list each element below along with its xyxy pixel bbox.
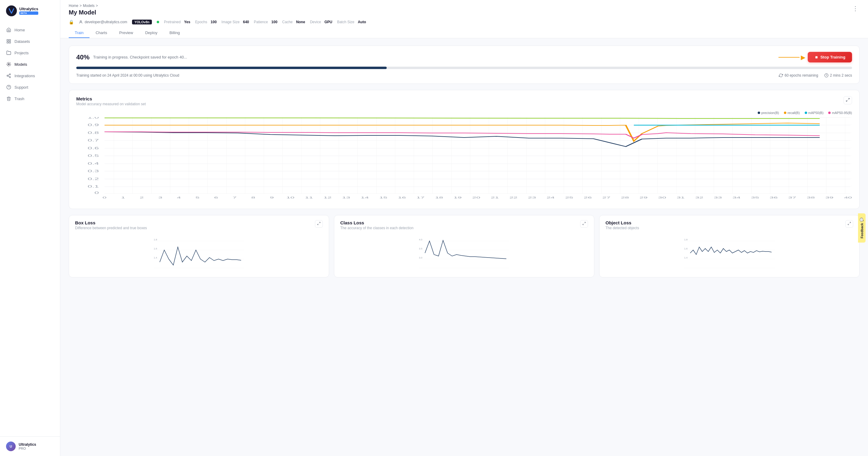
svg-text:13: 13 bbox=[342, 196, 350, 199]
svg-line-17 bbox=[846, 100, 847, 101]
svg-text:0.8: 0.8 bbox=[88, 131, 99, 135]
arrow-head: ▶ bbox=[801, 54, 805, 61]
map50-dot bbox=[805, 112, 807, 114]
svg-text:3.0: 3.0 bbox=[419, 256, 423, 259]
svg-text:37: 37 bbox=[788, 196, 796, 199]
training-footer: Training started on 24 April 2024 at 00:… bbox=[76, 73, 852, 78]
class-loss-header: Class Loss The accuracy of the classes i… bbox=[340, 220, 588, 230]
lock-icon: 🔒 bbox=[69, 20, 74, 24]
chart-legend: precision(B) recall(B) mAP50(B) mAP50-95… bbox=[76, 111, 852, 115]
expand-metrics-button[interactable] bbox=[844, 96, 852, 104]
svg-text:14: 14 bbox=[361, 196, 369, 199]
svg-text:40: 40 bbox=[844, 196, 852, 199]
breadcrumb-models[interactable]: Models bbox=[83, 4, 95, 8]
class-loss-subtitle: The accuracy of the classes in each dete… bbox=[340, 226, 413, 230]
training-status: 40% Training in progress. Checkpoint sav… bbox=[76, 53, 187, 61]
tab-deploy[interactable]: Deploy bbox=[139, 28, 163, 38]
expand-class-loss-button[interactable] bbox=[580, 220, 588, 228]
tab-preview[interactable]: Preview bbox=[113, 28, 139, 38]
training-card: 40% Training in progress. Checkpoint sav… bbox=[69, 46, 860, 84]
expand-icon bbox=[317, 222, 321, 225]
svg-text:1: 1 bbox=[121, 196, 125, 199]
svg-text:11: 11 bbox=[305, 196, 313, 199]
svg-text:33: 33 bbox=[714, 196, 722, 199]
more-options-button[interactable]: ⋮ bbox=[851, 4, 860, 13]
svg-text:5: 5 bbox=[195, 196, 199, 199]
svg-text:1.4: 1.4 bbox=[684, 256, 688, 259]
model-name-badge: YOLOv8n bbox=[132, 20, 152, 24]
tab-billing[interactable]: Billing bbox=[163, 28, 186, 38]
svg-line-91 bbox=[584, 222, 586, 224]
bottom-charts: Box Loss Difference between predicted an… bbox=[69, 215, 860, 278]
sidebar-nav: Home Datasets Projects bbox=[0, 22, 60, 436]
user-info: Ultralytics PRO bbox=[19, 443, 36, 450]
svg-text:38: 38 bbox=[807, 196, 815, 199]
feedback-icon: 💬 bbox=[860, 218, 864, 222]
projects-icon bbox=[6, 50, 11, 56]
models-icon bbox=[6, 61, 11, 67]
epochs-remaining: 60 epochs remaining bbox=[779, 73, 818, 78]
sidebar-item-projects[interactable]: Projects bbox=[0, 47, 60, 58]
svg-point-13 bbox=[80, 21, 82, 22]
sidebar-item-datasets[interactable]: Datasets bbox=[0, 36, 60, 47]
svg-text:1.0: 1.0 bbox=[88, 117, 99, 119]
svg-text:19: 19 bbox=[454, 196, 462, 199]
training-started-text: Training started on 24 April 2024 at 00:… bbox=[76, 73, 179, 78]
integrations-icon bbox=[6, 73, 11, 78]
feedback-label: Feedback bbox=[860, 223, 864, 238]
metrics-chart-container: 1.0 0.9 0.8 0.7 0.6 0.5 0.4 0.3 0.2 0.1 … bbox=[76, 117, 852, 203]
stop-training-area: ▶ Stop Training bbox=[778, 52, 852, 62]
map50-95-dot bbox=[828, 112, 831, 114]
feedback-tab[interactable]: Feedback 💬 bbox=[858, 213, 866, 243]
svg-text:12: 12 bbox=[323, 196, 332, 199]
sidebar-item-models[interactable]: Models bbox=[0, 58, 60, 70]
training-percent: 40% bbox=[76, 53, 90, 61]
svg-text:4: 4 bbox=[177, 196, 181, 199]
recall-dot bbox=[784, 112, 786, 114]
sidebar-item-integrations[interactable]: Integrations bbox=[0, 70, 60, 81]
sidebar-item-label-home: Home bbox=[14, 28, 25, 32]
svg-text:32: 32 bbox=[695, 196, 704, 199]
user-name: Ultralytics bbox=[19, 443, 36, 447]
svg-text:1.8: 1.8 bbox=[154, 238, 157, 241]
svg-text:10: 10 bbox=[286, 196, 294, 199]
svg-text:0.5: 0.5 bbox=[88, 154, 99, 158]
svg-text:6: 6 bbox=[214, 196, 218, 199]
legend-recall: recall(B) bbox=[784, 111, 800, 115]
object-loss-subtitle: The detected objects bbox=[606, 226, 639, 230]
stop-training-button[interactable]: Stop Training bbox=[808, 52, 852, 62]
sidebar-item-label-models: Models bbox=[14, 62, 27, 67]
meta-pretrained: Pretrained Yes bbox=[164, 20, 190, 24]
svg-point-6 bbox=[9, 74, 10, 75]
svg-text:23: 23 bbox=[528, 196, 536, 199]
sidebar-item-support[interactable]: Support bbox=[0, 81, 60, 93]
sidebar-item-trash[interactable]: Trash bbox=[0, 93, 60, 104]
svg-text:0.6: 0.6 bbox=[88, 147, 99, 150]
breadcrumb-home[interactable]: Home bbox=[69, 4, 79, 8]
content-area: 40% Training in progress. Checkpoint sav… bbox=[60, 38, 868, 456]
expand-object-loss-button[interactable] bbox=[845, 220, 853, 228]
svg-text:39: 39 bbox=[826, 196, 834, 199]
logo-icon bbox=[6, 5, 17, 16]
sidebar-item-label-datasets: Datasets bbox=[14, 39, 30, 44]
page-title: My Model bbox=[69, 9, 96, 16]
svg-text:26: 26 bbox=[584, 196, 592, 199]
model-meta: 🔒 developer@ultralytics.com YOLOv8n Pret… bbox=[69, 20, 860, 24]
svg-text:22: 22 bbox=[509, 196, 518, 199]
breadcrumb: Home > Models > bbox=[69, 4, 98, 8]
svg-text:21: 21 bbox=[491, 196, 499, 199]
user-plan: PRO bbox=[19, 447, 36, 450]
svg-text:0: 0 bbox=[102, 196, 106, 199]
svg-text:0.2: 0.2 bbox=[88, 177, 99, 181]
svg-text:9: 9 bbox=[270, 196, 274, 199]
svg-line-100 bbox=[849, 222, 851, 224]
tab-charts[interactable]: Charts bbox=[90, 28, 113, 38]
progress-bar-fill bbox=[76, 67, 387, 69]
expand-icon bbox=[846, 98, 850, 102]
sidebar-item-home[interactable]: Home bbox=[0, 24, 60, 36]
svg-text:35: 35 bbox=[751, 196, 759, 199]
user-profile[interactable]: U Ultralytics PRO bbox=[0, 436, 60, 456]
expand-box-loss-button[interactable] bbox=[315, 220, 323, 228]
meta-epochs: Epochs 100 bbox=[195, 20, 216, 24]
tab-train[interactable]: Train bbox=[69, 28, 90, 38]
